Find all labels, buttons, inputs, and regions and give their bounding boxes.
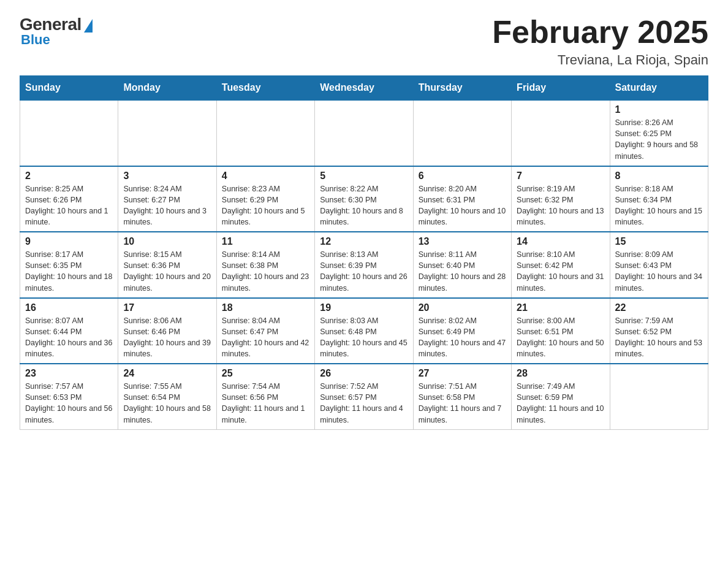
day-number: 15: [615, 236, 703, 247]
col-tuesday: Tuesday: [216, 76, 314, 101]
day-info: Sunrise: 8:09 AM Sunset: 6:43 PM Dayligh…: [615, 249, 703, 294]
day-number: 10: [123, 236, 211, 247]
table-row: [610, 364, 708, 429]
table-row: 25Sunrise: 7:54 AM Sunset: 6:56 PM Dayli…: [216, 364, 314, 429]
month-title: February 2025: [492, 15, 708, 50]
day-info: Sunrise: 8:02 AM Sunset: 6:49 PM Dayligh…: [419, 315, 506, 360]
table-row: 10Sunrise: 8:15 AM Sunset: 6:36 PM Dayli…: [118, 232, 216, 298]
day-info: Sunrise: 8:10 AM Sunset: 6:42 PM Dayligh…: [517, 249, 604, 294]
day-info: Sunrise: 8:15 AM Sunset: 6:36 PM Dayligh…: [123, 249, 211, 294]
table-row: 21Sunrise: 8:00 AM Sunset: 6:51 PM Dayli…: [512, 298, 610, 364]
table-row: 3Sunrise: 8:24 AM Sunset: 6:27 PM Daylig…: [118, 166, 216, 232]
table-row: 26Sunrise: 7:52 AM Sunset: 6:57 PM Dayli…: [315, 364, 413, 429]
day-info: Sunrise: 8:07 AM Sunset: 6:44 PM Dayligh…: [25, 315, 113, 360]
table-row: 16Sunrise: 8:07 AM Sunset: 6:44 PM Dayli…: [20, 298, 118, 364]
day-number: 25: [222, 368, 309, 379]
table-row: 22Sunrise: 7:59 AM Sunset: 6:52 PM Dayli…: [610, 298, 708, 364]
day-info: Sunrise: 8:17 AM Sunset: 6:35 PM Dayligh…: [25, 249, 113, 294]
table-row: 4Sunrise: 8:23 AM Sunset: 6:29 PM Daylig…: [216, 166, 314, 232]
day-number: 28: [517, 368, 604, 379]
col-sunday: Sunday: [20, 76, 118, 101]
table-row: 18Sunrise: 8:04 AM Sunset: 6:47 PM Dayli…: [216, 298, 314, 364]
table-row: 27Sunrise: 7:51 AM Sunset: 6:58 PM Dayli…: [413, 364, 511, 429]
table-row: [20, 100, 118, 166]
day-info: Sunrise: 7:54 AM Sunset: 6:56 PM Dayligh…: [222, 381, 309, 426]
day-info: Sunrise: 8:19 AM Sunset: 6:32 PM Dayligh…: [517, 183, 604, 228]
day-info: Sunrise: 8:06 AM Sunset: 6:46 PM Dayligh…: [123, 315, 211, 360]
table-row: 5Sunrise: 8:22 AM Sunset: 6:30 PM Daylig…: [315, 166, 413, 232]
day-info: Sunrise: 8:22 AM Sunset: 6:30 PM Dayligh…: [320, 183, 408, 228]
page-header: General Blue February 2025 Treviana, La …: [20, 15, 708, 68]
day-number: 17: [123, 302, 211, 313]
day-number: 6: [419, 170, 506, 182]
table-row: 19Sunrise: 8:03 AM Sunset: 6:48 PM Dayli…: [315, 298, 413, 364]
day-number: 1: [615, 104, 703, 115]
day-info: Sunrise: 7:49 AM Sunset: 6:59 PM Dayligh…: [517, 381, 604, 426]
table-row: 14Sunrise: 8:10 AM Sunset: 6:42 PM Dayli…: [512, 232, 610, 298]
col-thursday: Thursday: [413, 76, 511, 101]
day-number: 18: [222, 302, 309, 313]
table-row: 17Sunrise: 8:06 AM Sunset: 6:46 PM Dayli…: [118, 298, 216, 364]
day-number: 9: [25, 236, 113, 247]
table-row: 15Sunrise: 8:09 AM Sunset: 6:43 PM Dayli…: [610, 232, 708, 298]
day-number: 20: [419, 302, 506, 313]
day-number: 4: [222, 170, 309, 182]
day-number: 3: [123, 170, 211, 182]
day-info: Sunrise: 7:57 AM Sunset: 6:53 PM Dayligh…: [25, 381, 113, 426]
calendar-week-row: 23Sunrise: 7:57 AM Sunset: 6:53 PM Dayli…: [20, 364, 708, 429]
day-info: Sunrise: 7:51 AM Sunset: 6:58 PM Dayligh…: [419, 381, 506, 426]
table-row: 8Sunrise: 8:18 AM Sunset: 6:34 PM Daylig…: [610, 166, 708, 232]
col-wednesday: Wednesday: [315, 76, 413, 101]
day-number: 12: [320, 236, 408, 247]
day-number: 19: [320, 302, 408, 313]
day-info: Sunrise: 8:13 AM Sunset: 6:39 PM Dayligh…: [320, 249, 408, 294]
day-info: Sunrise: 8:14 AM Sunset: 6:38 PM Dayligh…: [222, 249, 309, 294]
day-info: Sunrise: 8:11 AM Sunset: 6:40 PM Dayligh…: [419, 249, 506, 294]
day-info: Sunrise: 7:59 AM Sunset: 6:52 PM Dayligh…: [615, 315, 703, 360]
table-row: 23Sunrise: 7:57 AM Sunset: 6:53 PM Dayli…: [20, 364, 118, 429]
day-number: 13: [419, 236, 506, 247]
table-row: [413, 100, 511, 166]
day-info: Sunrise: 8:00 AM Sunset: 6:51 PM Dayligh…: [517, 315, 604, 360]
day-number: 7: [517, 170, 604, 182]
col-saturday: Saturday: [610, 76, 708, 101]
table-row: [118, 100, 216, 166]
table-row: [315, 100, 413, 166]
table-row: 13Sunrise: 8:11 AM Sunset: 6:40 PM Dayli…: [413, 232, 511, 298]
calendar-week-row: 2Sunrise: 8:25 AM Sunset: 6:26 PM Daylig…: [20, 166, 708, 232]
day-number: 21: [517, 302, 604, 313]
calendar-table: Sunday Monday Tuesday Wednesday Thursday…: [20, 75, 708, 430]
day-info: Sunrise: 8:26 AM Sunset: 6:25 PM Dayligh…: [615, 117, 703, 162]
calendar-header-row: Sunday Monday Tuesday Wednesday Thursday…: [20, 76, 708, 101]
table-row: 6Sunrise: 8:20 AM Sunset: 6:31 PM Daylig…: [413, 166, 511, 232]
table-row: 12Sunrise: 8:13 AM Sunset: 6:39 PM Dayli…: [315, 232, 413, 298]
col-friday: Friday: [512, 76, 610, 101]
day-info: Sunrise: 8:25 AM Sunset: 6:26 PM Dayligh…: [25, 183, 113, 228]
day-info: Sunrise: 7:52 AM Sunset: 6:57 PM Dayligh…: [320, 381, 408, 426]
logo-triangle-icon: [84, 19, 93, 33]
day-info: Sunrise: 8:18 AM Sunset: 6:34 PM Dayligh…: [615, 183, 703, 228]
location-text: Treviana, La Rioja, Spain: [492, 52, 708, 68]
table-row: 2Sunrise: 8:25 AM Sunset: 6:26 PM Daylig…: [20, 166, 118, 232]
day-number: 16: [25, 302, 113, 313]
day-number: 5: [320, 170, 408, 182]
table-row: 28Sunrise: 7:49 AM Sunset: 6:59 PM Dayli…: [512, 364, 610, 429]
day-info: Sunrise: 8:03 AM Sunset: 6:48 PM Dayligh…: [320, 315, 408, 360]
day-info: Sunrise: 8:20 AM Sunset: 6:31 PM Dayligh…: [419, 183, 506, 228]
calendar-week-row: 1Sunrise: 8:26 AM Sunset: 6:25 PM Daylig…: [20, 100, 708, 166]
table-row: 24Sunrise: 7:55 AM Sunset: 6:54 PM Dayli…: [118, 364, 216, 429]
logo: General Blue: [20, 15, 93, 48]
day-number: 22: [615, 302, 703, 313]
day-number: 23: [25, 368, 113, 379]
table-row: 20Sunrise: 8:02 AM Sunset: 6:49 PM Dayli…: [413, 298, 511, 364]
table-row: 11Sunrise: 8:14 AM Sunset: 6:38 PM Dayli…: [216, 232, 314, 298]
day-number: 2: [25, 170, 113, 182]
day-info: Sunrise: 8:04 AM Sunset: 6:47 PM Dayligh…: [222, 315, 309, 360]
table-row: [216, 100, 314, 166]
table-row: 1Sunrise: 8:26 AM Sunset: 6:25 PM Daylig…: [610, 100, 708, 166]
day-number: 27: [419, 368, 506, 379]
calendar-week-row: 16Sunrise: 8:07 AM Sunset: 6:44 PM Dayli…: [20, 298, 708, 364]
day-number: 8: [615, 170, 703, 182]
day-number: 14: [517, 236, 604, 247]
day-number: 26: [320, 368, 408, 379]
